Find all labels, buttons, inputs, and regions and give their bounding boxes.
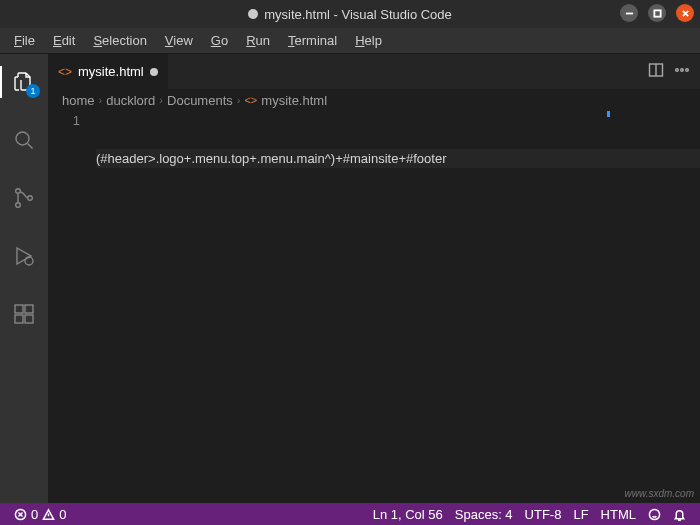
tab-bar: <> mysite.html [48,54,700,89]
menu-help[interactable]: Help [347,30,390,51]
status-eol[interactable]: LF [567,507,594,522]
status-notifications-icon[interactable] [667,507,692,522]
code-editor[interactable]: 1 (#header>.logo+.menu.top+.menu.main^)+… [48,111,700,503]
window-title-wrap: mysite.html - Visual Studio Code [0,7,700,22]
maximize-button[interactable] [648,4,666,22]
chevron-right-icon: › [237,94,241,106]
breadcrumb-part[interactable]: home [62,93,95,108]
editor-actions [638,54,700,89]
breadcrumb-part[interactable]: ducklord [106,93,155,108]
svg-point-11 [676,69,679,72]
tab-dirty-dot [150,68,158,76]
chevron-right-icon: › [99,94,103,106]
split-editor-icon[interactable] [648,62,664,81]
titlebar: mysite.html - Visual Studio Code [0,0,700,28]
line-gutter: 1 [48,111,96,503]
status-indentation[interactable]: Spaces: 4 [449,507,519,522]
activity-extensions[interactable] [0,294,48,334]
tab-mysite[interactable]: <> mysite.html [48,54,169,89]
chevron-right-icon: › [159,94,163,106]
menubar: File Edit Selection View Go Run Terminal… [0,28,700,54]
activity-bar: 1 [0,54,48,503]
html-file-icon: <> [244,94,257,106]
status-encoding[interactable]: UTF-8 [519,507,568,522]
svg-point-4 [28,196,33,201]
svg-point-13 [686,69,689,72]
menu-file[interactable]: File [6,30,43,51]
menu-selection[interactable]: Selection [85,30,154,51]
minimap-selection [607,111,610,117]
status-errors: 0 [31,507,38,522]
activity-explorer[interactable]: 1 [0,62,48,102]
status-problems[interactable]: 0 0 [8,507,72,522]
status-bar: 0 0 Ln 1, Col 56 Spaces: 4 UTF-8 LF HTML [0,503,700,525]
svg-point-3 [16,203,21,208]
breadcrumb-file[interactable]: mysite.html [261,93,327,108]
svg-point-12 [681,69,684,72]
minimize-button[interactable] [620,4,638,22]
svg-rect-9 [25,305,33,313]
activity-search[interactable] [0,120,48,160]
status-cursor[interactable]: Ln 1, Col 56 [367,507,449,522]
svg-point-15 [649,509,659,519]
svg-rect-6 [15,305,23,313]
menu-terminal[interactable]: Terminal [280,30,345,51]
more-actions-icon[interactable] [674,62,690,81]
svg-rect-0 [654,10,660,16]
explorer-badge: 1 [26,84,40,98]
window-dirty-dot [248,9,258,19]
status-warnings: 0 [59,507,66,522]
activity-source-control[interactable] [0,178,48,218]
status-language[interactable]: HTML [595,507,642,522]
menu-view[interactable]: View [157,30,201,51]
svg-rect-8 [25,315,33,323]
html-file-icon: <> [58,65,72,79]
svg-point-2 [16,189,21,194]
status-feedback-icon[interactable] [642,507,667,522]
code-content[interactable]: (#header>.logo+.menu.top+.menu.main^)+#m… [96,111,700,503]
menu-edit[interactable]: Edit [45,30,83,51]
editor-area: <> mysite.html home› ducklord› Documents… [48,54,700,503]
menu-go[interactable]: Go [203,30,236,51]
tab-filename: mysite.html [78,64,144,79]
svg-point-1 [16,132,29,145]
activity-run-debug[interactable] [0,236,48,276]
window-title: mysite.html - Visual Studio Code [264,7,452,22]
line-number: 1 [48,111,80,130]
svg-point-5 [25,257,33,265]
close-button[interactable] [676,4,694,22]
breadcrumbs[interactable]: home› ducklord› Documents› <> mysite.htm… [48,89,700,111]
code-line[interactable]: (#header>.logo+.menu.top+.menu.main^)+#m… [96,149,700,168]
svg-rect-7 [15,315,23,323]
menu-run[interactable]: Run [238,30,278,51]
window-controls [620,4,694,22]
breadcrumb-part[interactable]: Documents [167,93,233,108]
